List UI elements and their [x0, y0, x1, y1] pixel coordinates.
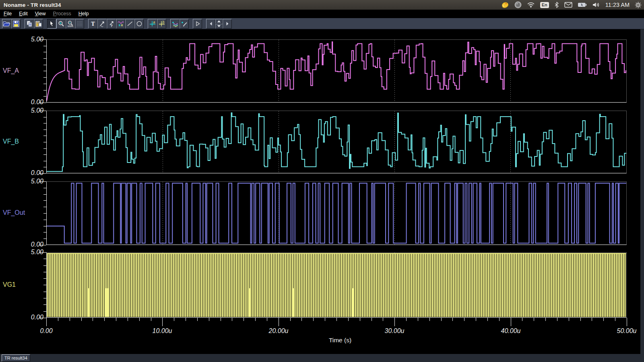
plot-canvas-vf_b: [47, 111, 626, 173]
save-button[interactable]: [11, 19, 21, 29]
legend-tool-button[interactable]: [116, 19, 125, 29]
y-tick: [43, 136, 46, 136]
x-tick: [557, 318, 557, 321]
legend-icon: [118, 21, 124, 27]
y-tick: [39, 103, 46, 103]
x-tick: [244, 318, 244, 321]
result-tab[interactable]: TR result34: [2, 354, 30, 362]
y-tick: [43, 298, 46, 298]
nav-right-button[interactable]: [223, 19, 232, 29]
menu-help[interactable]: Help: [75, 10, 93, 18]
y-tick: [43, 285, 46, 285]
play-button[interactable]: [193, 19, 202, 29]
x-tick: [441, 318, 442, 321]
x-tick: [336, 318, 337, 321]
x-tick: [267, 318, 267, 321]
menu-edit[interactable]: Edit: [15, 10, 31, 18]
plot-canvas-vg1: [47, 253, 626, 317]
x-tick: [627, 318, 627, 326]
x-tick: [406, 318, 407, 321]
svg-text:b: b: [162, 21, 164, 24]
x-tick: [93, 318, 93, 321]
menu-file[interactable]: File: [0, 10, 15, 18]
nav-right-icon: [225, 21, 230, 27]
y-tick: [39, 245, 46, 245]
bluetooth-icon[interactable]: [554, 2, 559, 8]
menu-process[interactable]: Process: [50, 10, 75, 18]
x-tick: [313, 318, 314, 321]
y-tick: [39, 252, 46, 253]
open-button[interactable]: [2, 19, 11, 29]
y-tick: [43, 167, 46, 167]
y-tick: [43, 188, 46, 188]
y-tick: [43, 52, 46, 52]
nav-left-icon: [208, 21, 213, 27]
probe-icon: [181, 21, 188, 27]
zoom-100-button[interactable]: 100%: [66, 19, 75, 29]
y-tick: [43, 130, 46, 130]
spinner-up-button[interactable]: [215, 19, 223, 24]
paste-button[interactable]: [34, 19, 43, 29]
cursor-a-tool-button[interactable]: [97, 19, 107, 29]
x-tick: [429, 318, 430, 321]
y-tick: [39, 318, 46, 318]
y-tick: [43, 77, 46, 78]
y-tick: [43, 96, 46, 97]
cursor-b-axis-button[interactable]: b: [157, 19, 166, 29]
x-tick: [372, 318, 372, 321]
y-tick: [43, 142, 46, 142]
folder-open-icon: [3, 21, 10, 27]
svg-text:100%: 100%: [67, 25, 73, 27]
wifi-icon[interactable]: [527, 2, 535, 8]
grid-toggle-button[interactable]: [75, 19, 84, 29]
copy-button[interactable]: [25, 19, 34, 29]
x-tick: [603, 318, 604, 321]
y-tick: [43, 239, 46, 239]
x-axis-tick-label: 30.00u: [376, 327, 413, 335]
y-tick: [43, 304, 46, 305]
svg-text:a: a: [153, 21, 155, 24]
clock-indicator[interactable]: 11:23 AM: [605, 2, 630, 8]
window-right-edge: [640, 29, 644, 354]
probe-button[interactable]: [180, 19, 189, 29]
nav-left-button[interactable]: [206, 19, 215, 29]
x-tick: [580, 318, 581, 321]
keyboard-layout-indicator[interactable]: En: [540, 2, 549, 8]
y-tick: [43, 71, 46, 71]
toolbar: 100%T?ab: [0, 18, 644, 29]
pointer-tool-button[interactable]: [47, 19, 56, 29]
y-tick: [43, 272, 46, 272]
x-tick: [394, 318, 395, 326]
x-tick: [290, 318, 291, 321]
y-tick: [43, 220, 46, 220]
power-gear-icon[interactable]: [635, 2, 642, 8]
mail-icon[interactable]: [564, 2, 572, 8]
menu-view[interactable]: View: [31, 10, 50, 18]
add-curves-button[interactable]: [170, 19, 180, 29]
x-tick: [534, 318, 534, 321]
plot-workspace: VF_A5.000.00VF_B5.000.00VF_Out5.000.00VG…: [0, 29, 644, 354]
battery-icon[interactable]: [578, 2, 587, 7]
volume-icon[interactable]: [592, 2, 600, 8]
spinner-down-button[interactable]: [215, 24, 223, 29]
y-tick: [43, 123, 46, 123]
plot-vf_a: [46, 39, 627, 103]
app-indicator-icon[interactable]: [501, 1, 509, 8]
x-tick: [58, 318, 58, 321]
x-tick: [46, 318, 47, 326]
x-tick: [221, 318, 221, 321]
session-indicator-icon[interactable]: [514, 1, 522, 8]
x-tick: [615, 318, 615, 321]
cursor-b-tool-button[interactable]: ?: [107, 19, 116, 29]
line-tool-button[interactable]: [125, 19, 134, 29]
window-title: Noname - TR result34: [4, 2, 61, 8]
pointer-icon: [49, 21, 55, 27]
zoom-in-button[interactable]: [56, 19, 66, 29]
signal-label-vf_a: VF_A: [3, 67, 19, 74]
text-tool-button[interactable]: T: [88, 19, 97, 29]
x-tick: [139, 318, 140, 321]
cursor-a-axis-button[interactable]: a: [148, 19, 157, 29]
x-axis-title: Time (s): [300, 337, 380, 344]
ellipse-tool-button[interactable]: [134, 19, 144, 29]
paste-icon: [35, 21, 42, 27]
